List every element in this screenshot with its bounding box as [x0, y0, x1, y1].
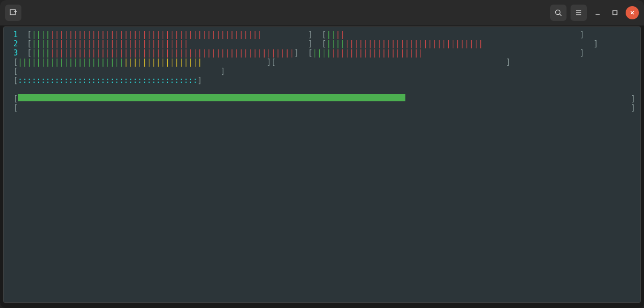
- maximize-button[interactable]: [608, 6, 622, 19]
- emc-row: [:::::::::::::::::::::::::::::::::::::::…: [9, 76, 635, 85]
- gpu-row: []: [9, 94, 635, 103]
- titlebar: [0, 0, 644, 25]
- cpu-row-3-6: 3 [|||||||||||||||||||||||||||||||||||||…: [9, 48, 635, 58]
- svg-rect-9: [613, 11, 617, 15]
- terminal-content[interactable]: 1 [|||||||||||||||||||||||||||||||||||||…: [3, 26, 641, 303]
- menu-button[interactable]: [571, 5, 587, 21]
- uptime-row: [9, 85, 635, 94]
- svg-point-3: [556, 10, 560, 15]
- mem-row: [|||||||||||||||||||||||||||||||||||||||…: [9, 58, 635, 67]
- minimize-button[interactable]: [591, 6, 604, 19]
- close-button[interactable]: [626, 6, 639, 19]
- cpu-row-1-4: 1 [|||||||||||||||||||||||||||||||||||||…: [9, 30, 635, 39]
- search-button[interactable]: [550, 5, 566, 21]
- cpu-row-2-5: 2 [|||||||||||||||||||||||||||||||||| ] …: [9, 39, 635, 48]
- swp-row: [ ]: [9, 67, 635, 76]
- svg-rect-0: [10, 10, 15, 15]
- gpu-bar: [18, 94, 405, 101]
- dsk-row: []: [9, 103, 635, 113]
- terminal-window: 1 [|||||||||||||||||||||||||||||||||||||…: [0, 0, 644, 308]
- new-tab-button[interactable]: [5, 5, 21, 21]
- svg-line-4: [560, 14, 562, 16]
